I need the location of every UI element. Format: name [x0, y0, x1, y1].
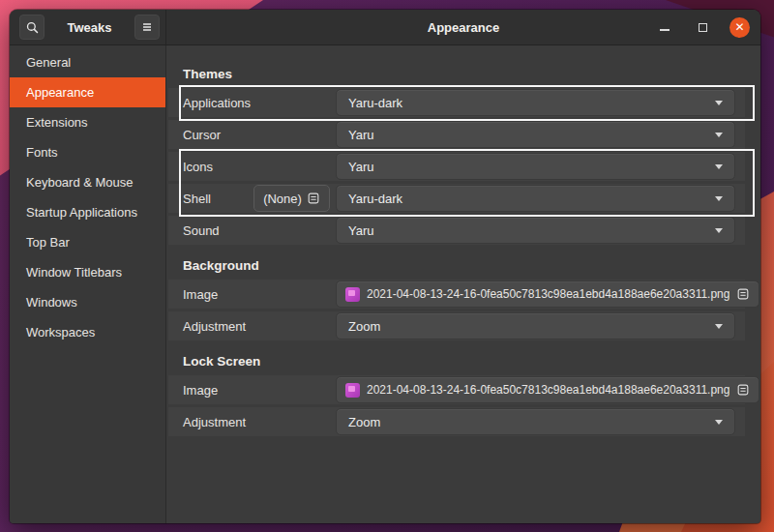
- chevron-down-icon: [715, 324, 723, 329]
- shell-none-button[interactable]: (None): [253, 185, 330, 212]
- background-image-filename: 2021-04-08-13-24-16-0fea50c7813c98ea1ebd…: [367, 287, 729, 301]
- row-lock-screen-adjustment: Adjustment Zoom: [168, 407, 745, 436]
- lock-screen-rows: Image 2021-04-08-13-24-16-0fea50c7813c98…: [168, 375, 745, 436]
- chevron-down-icon: [715, 133, 723, 137]
- cursor-theme-dropdown[interactable]: Yaru: [336, 121, 735, 148]
- app-title: Tweaks: [67, 20, 111, 35]
- sound-theme-value: Yaru: [348, 223, 374, 238]
- sidebar-item-window-titlebars[interactable]: Window Titlebars: [10, 257, 165, 287]
- sidebar-item-fonts[interactable]: Fonts: [10, 137, 165, 167]
- sound-theme-dropdown[interactable]: Yaru: [336, 217, 735, 244]
- search-button[interactable]: [19, 15, 45, 40]
- search-icon: [25, 20, 40, 35]
- row-shell: Shell (None) Yaru-dark: [168, 184, 745, 213]
- background-rows: Image 2021-04-08-13-24-16-0fea50c7813c98…: [168, 280, 745, 340]
- lock-screen-adjustment-value: Zoom: [348, 415, 380, 429]
- icons-theme-value: Yaru: [348, 160, 374, 174]
- lock-screen-image-filename: 2021-04-08-13-24-16-0fea50c7813c98ea1ebd…: [367, 383, 729, 397]
- sidebar-item-windows[interactable]: Windows: [10, 287, 165, 317]
- chevron-down-icon: [715, 228, 723, 233]
- row-background-image: Image 2021-04-08-13-24-16-0fea50c7813c98…: [168, 280, 745, 309]
- row-icons: Icons Yaru: [168, 152, 745, 181]
- sidebar-item-startup-applications[interactable]: Startup Applications: [10, 197, 165, 227]
- tweaks-window: Tweaks Appearance ✕ General Appearance E…: [10, 10, 760, 523]
- image-thumbnail-icon: [345, 287, 360, 302]
- background-adjustment-dropdown[interactable]: Zoom: [336, 312, 735, 340]
- window-controls: ✕: [654, 10, 750, 44]
- row-applications: Applications Yaru-dark: [168, 88, 745, 117]
- close-button[interactable]: ✕: [729, 17, 750, 38]
- background-adjustment-label: Adjustment: [183, 319, 336, 334]
- applications-theme-value: Yaru-dark: [348, 96, 402, 110]
- cursor-theme-value: Yaru: [348, 128, 374, 142]
- background-image-file-button[interactable]: 2021-04-08-13-24-16-0fea50c7813c98ea1ebd…: [336, 281, 759, 308]
- chevron-down-icon: [715, 196, 723, 201]
- row-background-adjustment: Adjustment Zoom: [168, 311, 745, 340]
- hamburger-icon: [140, 20, 154, 34]
- close-icon: ✕: [734, 21, 744, 33]
- applications-theme-dropdown[interactable]: Yaru-dark: [336, 89, 735, 116]
- chevron-down-icon: [715, 101, 723, 105]
- icons-label: Icons: [183, 160, 336, 174]
- section-title-background: Background: [183, 258, 745, 274]
- background-image-label: Image: [183, 287, 336, 302]
- menu-button[interactable]: [134, 15, 160, 40]
- lock-screen-adjustment-dropdown[interactable]: Zoom: [336, 408, 735, 435]
- minimize-button[interactable]: [654, 16, 675, 38]
- sidebar-titlebar: Tweaks: [10, 10, 166, 45]
- document-icon: [307, 192, 320, 205]
- lock-screen-adjustment-label: Adjustment: [183, 415, 336, 429]
- background-adjustment-value: Zoom: [348, 319, 380, 334]
- row-sound: Sound Yaru: [168, 216, 745, 245]
- cursor-label: Cursor: [183, 128, 336, 142]
- minimize-icon: [660, 29, 670, 31]
- themes-rows: Applications Yaru-dark Cursor Yaru Icons…: [168, 88, 745, 245]
- row-cursor: Cursor Yaru: [168, 120, 745, 149]
- lock-screen-image-label: Image: [183, 383, 336, 398]
- sidebar-item-keyboard-mouse[interactable]: Keyboard & Mouse: [10, 167, 165, 197]
- shell-label: Shell: [183, 192, 253, 206]
- document-icon: [736, 287, 750, 301]
- applications-label: Applications: [183, 96, 336, 110]
- image-thumbnail-icon: [345, 383, 360, 398]
- maximize-button[interactable]: [692, 16, 713, 38]
- sidebar-item-appearance[interactable]: Appearance: [10, 77, 165, 107]
- page-title: Appearance: [428, 20, 499, 35]
- chevron-down-icon: [715, 164, 723, 169]
- sidebar-item-workspaces[interactable]: Workspaces: [10, 317, 165, 347]
- sidebar-item-extensions[interactable]: Extensions: [10, 107, 165, 137]
- sidebar: General Appearance Extensions Fonts Keyb…: [10, 45, 166, 523]
- sidebar-item-top-bar[interactable]: Top Bar: [10, 227, 165, 257]
- shell-theme-dropdown[interactable]: Yaru-dark: [336, 185, 735, 212]
- shell-none-label: (None): [263, 192, 302, 206]
- appearance-page: Themes Applications Yaru-dark Cursor Yar…: [166, 45, 760, 523]
- document-icon: [736, 383, 750, 397]
- chevron-down-icon: [715, 420, 723, 425]
- shell-theme-value: Yaru-dark: [348, 192, 402, 206]
- maximize-icon: [699, 23, 707, 32]
- lock-screen-image-file-button[interactable]: 2021-04-08-13-24-16-0fea50c7813c98ea1ebd…: [336, 376, 759, 403]
- section-title-themes: Themes: [183, 67, 745, 82]
- row-lock-screen-image: Image 2021-04-08-13-24-16-0fea50c7813c98…: [168, 375, 745, 404]
- main-titlebar[interactable]: Appearance ✕: [166, 10, 760, 45]
- sidebar-item-general[interactable]: General: [10, 47, 165, 77]
- icons-theme-dropdown[interactable]: Yaru: [336, 153, 735, 180]
- sound-label: Sound: [183, 223, 336, 238]
- section-title-lock-screen: Lock Screen: [183, 354, 745, 369]
